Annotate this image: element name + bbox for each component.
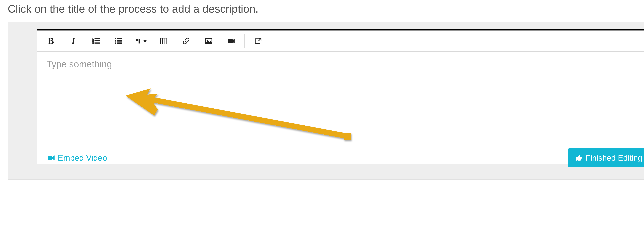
embed-video-link[interactable]: Embed Video — [47, 153, 107, 163]
link-button[interactable] — [175, 30, 197, 52]
panel-footer: Embed Video Finished Editing — [47, 148, 644, 167]
editor-textarea[interactable]: Type something — [37, 52, 644, 164]
fullscreen-button[interactable] — [247, 30, 269, 52]
svg-rect-19 — [228, 39, 232, 43]
svg-text:3: 3 — [92, 42, 94, 44]
ordered-list-icon: 1 2 3 — [92, 37, 100, 45]
svg-rect-1 — [95, 38, 100, 39]
unordered-list-icon — [115, 37, 122, 45]
instruction-text: Click on the title of the process to add… — [8, 2, 644, 15]
svg-rect-20 — [255, 39, 260, 44]
image-button[interactable] — [197, 30, 220, 52]
svg-rect-11 — [117, 43, 122, 44]
finished-editing-label: Finished Editing — [586, 153, 642, 162]
editor-toolbar: B I 1 2 3 — [37, 30, 644, 52]
svg-marker-24 — [126, 88, 150, 103]
annotation-arrow — [125, 88, 354, 143]
svg-rect-9 — [117, 40, 122, 41]
thumbs-up-icon — [576, 154, 583, 161]
image-icon — [205, 37, 212, 45]
svg-rect-25 — [48, 156, 52, 160]
unordered-list-button[interactable] — [107, 30, 130, 52]
svg-marker-23 — [125, 88, 160, 116]
editor-placeholder: Type something — [46, 59, 640, 69]
embed-video-label: Embed Video — [58, 153, 107, 163]
video-button[interactable] — [220, 30, 242, 52]
bold-button[interactable]: B — [40, 30, 62, 52]
svg-rect-10 — [115, 43, 116, 44]
toolbar-separator — [244, 34, 245, 48]
table-icon — [160, 37, 168, 45]
svg-rect-6 — [115, 38, 116, 39]
svg-rect-3 — [95, 40, 100, 41]
svg-rect-12 — [160, 38, 167, 44]
paragraph-icon — [135, 38, 142, 44]
paragraph-format-button[interactable] — [130, 30, 152, 52]
table-button[interactable] — [152, 30, 175, 52]
svg-rect-21 — [344, 133, 351, 140]
italic-button[interactable]: I — [62, 30, 84, 52]
video-icon — [47, 154, 56, 161]
chevron-down-icon — [143, 40, 147, 43]
finished-editing-button[interactable]: Finished Editing — [568, 148, 644, 167]
svg-rect-8 — [115, 40, 116, 41]
fullscreen-icon — [254, 37, 262, 45]
ordered-list-button[interactable]: 1 2 3 — [84, 30, 107, 52]
rich-text-editor: B I 1 2 3 — [37, 29, 644, 164]
link-icon — [182, 37, 190, 45]
video-icon — [227, 37, 235, 45]
svg-rect-5 — [95, 43, 100, 43]
editor-panel: B I 1 2 3 — [8, 22, 644, 180]
svg-rect-7 — [117, 38, 122, 39]
svg-line-22 — [147, 99, 346, 136]
svg-point-18 — [207, 40, 208, 41]
